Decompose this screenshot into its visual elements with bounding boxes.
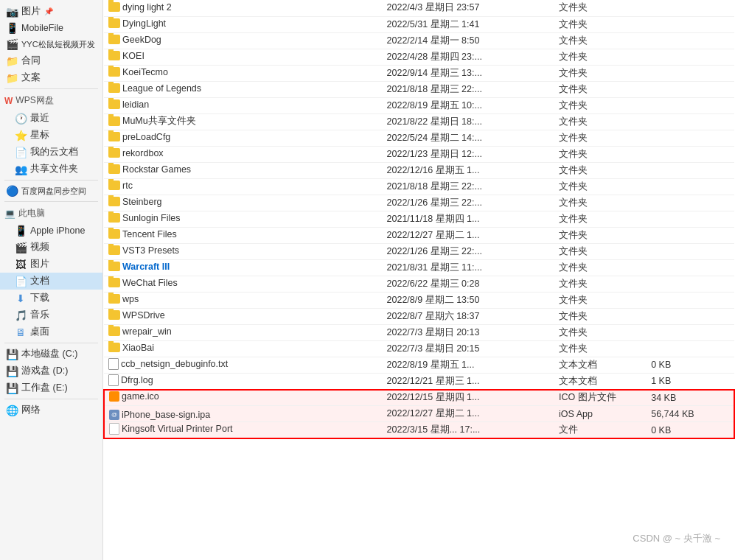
table-row[interactable]: game.ico 2022/12/15 星期四 1... ICO 图片文件 34… xyxy=(104,390,734,406)
table-row[interactable]: Tencent Files 2022/12/27 星期二 1... 文件夹 xyxy=(104,227,734,243)
folder-icon xyxy=(108,18,120,28)
sidebar-item-shared[interactable]: 👥 共享文件夹 xyxy=(0,161,102,178)
sidebar-label-recent: 最近 xyxy=(30,112,49,125)
sidebar-item-starred[interactable]: ⭐ 星标 xyxy=(0,127,102,144)
table-row[interactable]: Steinberg 2022/1/26 星期三 22:... 文件夹 xyxy=(104,195,734,211)
file-name-cell: XiaoBai xyxy=(104,340,384,357)
sidebar-label-video: 视频 xyxy=(30,241,49,253)
file-list: dying light 2 2022/4/3 星期日 23:57 文件夹 Dyi… xyxy=(103,0,735,560)
table-row[interactable]: dying light 2 2022/4/3 星期日 23:57 文件夹 xyxy=(104,0,734,16)
file-date: 2022/1/26 星期三 22:... xyxy=(384,195,557,211)
folder-icon xyxy=(108,116,120,126)
table-row[interactable]: ccb_netsign_debuginfo.txt 2022/8/19 星期五 … xyxy=(104,357,734,373)
sidebar-item-drive-e[interactable]: 💾 工作盘 (E:) xyxy=(0,379,102,396)
sidebar-item-mycloud[interactable]: 📄 我的云文档 xyxy=(0,144,102,161)
file-size xyxy=(648,130,734,146)
file-type: 文件夹 xyxy=(556,146,648,162)
file-size xyxy=(648,340,734,357)
pictures-icon: 📷 xyxy=(6,6,18,18)
table-row[interactable]: wrepair_win 2022/7/3 星期日 20:13 文件夹 xyxy=(104,324,734,340)
baidu-icon: 🔵 xyxy=(6,185,18,197)
table-row[interactable]: League of Legends 2021/8/18 星期三 22:... 文… xyxy=(104,81,734,97)
file-name-cell: KOEI xyxy=(104,49,384,65)
sidebar-label-apple-iphone: Apple iPhone xyxy=(30,225,85,236)
file-size: 56,744 KB xyxy=(648,406,734,422)
table-row[interactable]: DyingLight 2022/5/31 星期二 1:41 文件夹 xyxy=(104,16,734,32)
sidebar-label-drive-d: 游戏盘 (D:) xyxy=(21,365,68,377)
sidebar-item-documents[interactable]: 📄 文档 xyxy=(0,273,102,290)
table-row[interactable]: Kingsoft Virtual Printer Port 2022/3/15 … xyxy=(104,422,734,439)
table-row[interactable]: KoeiTecmo 2022/9/14 星期三 13:... 文件夹 xyxy=(104,65,734,81)
table-row[interactable]: KOEI 2022/4/28 星期四 23:... 文件夹 xyxy=(104,49,734,65)
desktop-icon: 🖥 xyxy=(15,326,27,338)
sidebar-item-apple-iphone[interactable]: 📱 Apple iPhone xyxy=(0,223,102,239)
sidebar-item-yyc[interactable]: 🎬 YYC松鼠短视频开发 xyxy=(0,36,102,52)
sidebar-item-drive-c[interactable]: 💾 本地磁盘 (C:) xyxy=(0,346,102,363)
sidebar-item-mobilefile[interactable]: 📱 MobileFile xyxy=(0,20,102,36)
sidebar-item-downloads[interactable]: ⬇ 下载 xyxy=(0,290,102,307)
table-row[interactable]: WeChat Files 2022/6/22 星期三 0:28 文件夹 xyxy=(104,276,734,292)
sidebar-item-contract[interactable]: 📁 合同 xyxy=(0,52,102,69)
table-row[interactable]: @ iPhone_base-sign.ipa 2022/12/27 星期二 1.… xyxy=(104,406,734,422)
table-row[interactable]: VST3 Presets 2022/1/26 星期三 22:... 文件夹 xyxy=(104,243,734,259)
file-type: 文本文档 xyxy=(556,373,648,390)
file-name: ccb_netsign_debuginfo.txt xyxy=(121,359,228,369)
table-row[interactable]: rekordbox 2022/1/23 星期日 12:... 文件夹 xyxy=(104,146,734,162)
file-name-cell: GeekDog xyxy=(104,32,384,49)
file-size xyxy=(648,97,734,113)
file-type: 文件夹 xyxy=(556,195,648,211)
video-icon: 🎬 xyxy=(15,242,27,253)
table-row[interactable]: leidian 2022/8/19 星期五 10:... 文件夹 xyxy=(104,97,734,113)
thispc-icon: 💻 xyxy=(4,209,15,219)
sidebar-label-documents: 文档 xyxy=(30,275,49,287)
sidebar-label-music: 音乐 xyxy=(30,309,49,321)
sidebar-item-pictures[interactable]: 📷 图片 📌 xyxy=(0,3,102,20)
file-name-cell: wps xyxy=(104,292,384,308)
file-date: 2022/1/26 星期三 22:... xyxy=(384,243,557,259)
sidebar-item-drive-d[interactable]: 💾 游戏盘 (D:) xyxy=(0,363,102,379)
sidebar-item-recent[interactable]: 🕐 最近 xyxy=(0,110,102,127)
table-row[interactable]: rtc 2021/8/18 星期三 22:... 文件夹 xyxy=(104,178,734,195)
file-date: 2022/9/14 星期三 13:... xyxy=(384,65,557,81)
pin-icon: 📌 xyxy=(44,7,53,15)
file-name: dying light 2 xyxy=(122,2,172,13)
sidebar-item-pictures3[interactable]: 🖼 图片 xyxy=(0,256,102,273)
table-row[interactable]: Dfrg.log 2022/12/21 星期三 1... 文本文档 1 KB xyxy=(104,373,734,390)
sidebar-item-music[interactable]: 🎵 音乐 xyxy=(0,307,102,323)
music-icon: 🎵 xyxy=(15,309,27,321)
sidebar-label-shared: 共享文件夹 xyxy=(30,163,78,175)
file-size xyxy=(648,0,734,16)
file-size xyxy=(648,227,734,243)
sidebar-label-drive-e: 工作盘 (E:) xyxy=(21,382,68,394)
table-row[interactable]: Rockstar Games 2022/12/16 星期五 1... 文件夹 xyxy=(104,162,734,178)
file-name-cell: League of Legends xyxy=(104,81,384,97)
sidebar-item-network[interactable]: 🌐 网络 xyxy=(0,402,102,419)
table-row[interactable]: Warcraft III 2021/8/31 星期三 11:... 文件夹 xyxy=(104,259,734,276)
table-row[interactable]: MuMu共享文件夹 2021/8/22 星期日 18:... 文件夹 xyxy=(104,113,734,130)
sidebar-item-baidu[interactable]: 🔵 百度网盘同步空间 xyxy=(0,183,102,199)
file-name: wps xyxy=(122,294,139,304)
mobile-icon: 📱 xyxy=(6,22,18,34)
file-type: 文件夹 xyxy=(556,292,648,308)
sidebar-item-essay[interactable]: 📁 文案 xyxy=(0,69,102,86)
table-row[interactable]: Sunlogin Files 2021/11/18 星期四 1... 文件夹 xyxy=(104,211,734,227)
table-row[interactable]: XiaoBai 2022/7/3 星期日 20:15 文件夹 xyxy=(104,340,734,357)
file-type: 文件夹 xyxy=(556,308,648,324)
sidebar-item-video[interactable]: 🎬 视频 xyxy=(0,239,102,256)
ipa-icon: @ xyxy=(109,410,119,420)
table-row[interactable]: preLoadCfg 2022/5/24 星期二 14:... 文件夹 xyxy=(104,130,734,146)
table-row[interactable]: GeekDog 2022/2/14 星期一 8:50 文件夹 xyxy=(104,32,734,49)
folder-icon xyxy=(108,83,120,93)
table-row[interactable]: WPSDrive 2022/8/7 星期六 18:37 文件夹 xyxy=(104,308,734,324)
file-name: WPSDrive xyxy=(122,310,165,321)
essay-icon: 📁 xyxy=(6,72,18,84)
file-icon xyxy=(109,423,119,435)
file-date: 2022/4/3 星期日 23:57 xyxy=(384,0,557,16)
file-name: Rockstar Games xyxy=(122,164,191,175)
downloads-icon: ⬇ xyxy=(15,293,27,304)
table-row[interactable]: wps 2022/8/9 星期二 13:50 文件夹 xyxy=(104,292,734,308)
sidebar-item-desktop[interactable]: 🖥 桌面 xyxy=(0,323,102,340)
file-name-cell: leidian xyxy=(104,97,384,113)
file-name-cell: MuMu共享文件夹 xyxy=(104,113,384,130)
file-date: 2022/6/22 星期三 0:28 xyxy=(384,276,557,292)
